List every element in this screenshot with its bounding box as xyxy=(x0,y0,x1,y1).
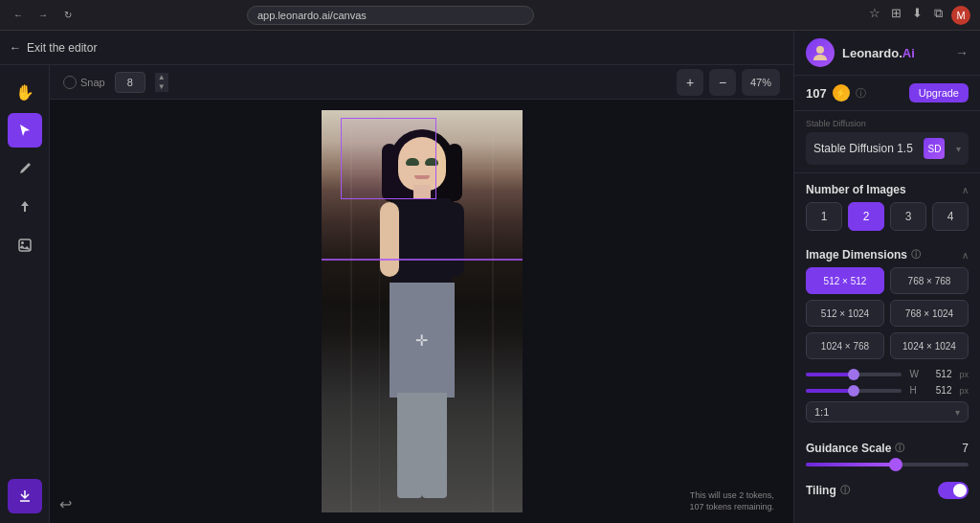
back-button[interactable]: ← xyxy=(10,7,27,24)
panel-back-button[interactable]: → xyxy=(955,45,969,60)
snap-up-button[interactable]: ▲ xyxy=(155,73,168,82)
move-cursor-icon: ✛ xyxy=(412,330,432,350)
num-images-2-button[interactable]: 2 xyxy=(848,202,884,231)
height-slider-thumb[interactable] xyxy=(848,385,859,397)
model-label: Stable Diffusion xyxy=(806,119,969,128)
upload-tool-button[interactable] xyxy=(8,190,42,224)
select-tool-button[interactable] xyxy=(8,113,42,148)
browser-chrome: ← → ↻ app.leonardo.ai/canvas ☆ ⊞ ⬇ ⧉ M xyxy=(0,0,980,31)
dim-512x1024-button[interactable]: 512 × 1024 xyxy=(806,300,884,327)
width-value: 512 xyxy=(928,369,951,379)
window-icon[interactable]: ⧉ xyxy=(930,6,946,21)
image-dimensions-header: Image Dimensions ⓘ ∧ xyxy=(806,240,969,267)
profile-icon[interactable]: M xyxy=(951,6,970,25)
image-dimensions-title: Image Dimensions ⓘ xyxy=(806,248,921,262)
model-selector[interactable]: Stable Diffusion 1.5 SD ▾ xyxy=(806,132,969,165)
zoom-out-button[interactable]: − xyxy=(709,69,736,96)
dim-768x1024-button[interactable]: 768 × 1024 xyxy=(890,300,969,327)
bookmark-icon[interactable]: ☆ xyxy=(867,6,882,21)
forward-button[interactable]: → xyxy=(34,7,52,24)
height-slider-row: H 512 px xyxy=(806,385,969,396)
dimensions-grid: 512 × 512 768 × 768 512 × 1024 768 × 102… xyxy=(806,267,969,359)
guidance-scale-section: Guidance Scale ⓘ 7 xyxy=(794,442,980,482)
model-icon: SD xyxy=(924,138,945,159)
selection-line xyxy=(322,259,523,261)
tiling-toggle-thumb xyxy=(953,484,967,497)
eye-left xyxy=(406,158,419,166)
address-bar[interactable]: app.leonardo.ai/canvas xyxy=(247,6,534,25)
num-images-4-button[interactable]: 4 xyxy=(932,202,969,231)
svg-point-2 xyxy=(816,46,824,54)
logo-text: Leonardo. xyxy=(842,46,902,60)
tiling-info-icon[interactable]: ⓘ xyxy=(840,484,850,497)
snap-control: Snap xyxy=(63,76,105,89)
num-images-header: Number of Images ∧ xyxy=(794,173,980,202)
tiling-label: Tiling ⓘ xyxy=(806,484,850,497)
exit-editor-button[interactable]: ← Exit the editor xyxy=(10,41,97,55)
token-info-icon[interactable]: ⓘ xyxy=(856,86,866,101)
eye-right xyxy=(425,158,438,166)
snap-down-button[interactable]: ▼ xyxy=(155,82,168,92)
download-icon[interactable]: ⬇ xyxy=(909,6,924,21)
hair-right xyxy=(447,144,462,201)
model-chevron-icon: ▾ xyxy=(956,144,961,154)
guidance-slider-thumb[interactable] xyxy=(889,458,902,471)
left-toolbar: ✋ xyxy=(0,65,50,523)
footer-note-line1: This will use 2 tokens, xyxy=(689,489,774,502)
snap-input[interactable] xyxy=(115,72,145,93)
aspect-ratio-selector[interactable]: 1:1 ▾ xyxy=(806,401,969,422)
num-images-collapse-icon[interactable]: ∧ xyxy=(962,185,969,195)
tiling-toggle[interactable] xyxy=(938,482,969,499)
guidance-slider-fill xyxy=(806,463,896,466)
dim-1024x768-button[interactable]: 1024 × 768 xyxy=(806,332,884,359)
canvas-content: ✛ This will use 2 tokens, 107 tokens rem… xyxy=(50,100,793,523)
dim-1024x1024-button[interactable]: 1024 × 1024 xyxy=(890,332,969,359)
num-images-section: Number of Images ∧ 1 2 3 4 xyxy=(794,173,980,240)
pen-tool-button[interactable] xyxy=(8,151,42,186)
zoom-level-display: 47% xyxy=(742,69,780,96)
guidance-info-icon[interactable]: ⓘ xyxy=(895,442,904,455)
guidance-slider-track[interactable] xyxy=(806,463,969,466)
browser-action-bar: ☆ ⊞ ⬇ ⧉ M xyxy=(867,6,970,25)
guidance-scale-title: Guidance Scale ⓘ xyxy=(806,442,904,455)
exit-editor-label: Exit the editor xyxy=(27,41,97,55)
user-avatar xyxy=(806,38,835,67)
zoom-controls: + − 47% xyxy=(677,69,780,96)
exit-back-icon: ← xyxy=(10,41,21,55)
hand-tool-button[interactable]: ✋ xyxy=(8,75,42,109)
undo-button[interactable]: ↩ xyxy=(59,495,72,513)
canvas-image-container[interactable]: ✛ xyxy=(322,110,523,512)
image-dimensions-section: Image Dimensions ⓘ ∧ 512 × 512 768 × 768… xyxy=(794,240,980,442)
face xyxy=(398,137,446,191)
width-slider-fill xyxy=(806,373,854,376)
refresh-button[interactable]: ↻ xyxy=(59,7,77,24)
token-count: 107 xyxy=(806,86,827,101)
guidance-scale-value: 7 xyxy=(962,442,969,455)
height-slider-fill xyxy=(806,389,854,393)
image-dimensions-info-icon[interactable]: ⓘ xyxy=(911,248,921,262)
snap-arrows: ▲ ▼ xyxy=(155,73,168,92)
guidance-scale-header: Guidance Scale ⓘ 7 xyxy=(806,442,969,455)
extensions-icon[interactable]: ⊞ xyxy=(888,6,903,21)
dim-512x512-button[interactable]: 512 × 512 xyxy=(806,267,884,294)
image-dimensions-collapse-icon[interactable]: ∧ xyxy=(962,250,969,261)
height-label: H xyxy=(909,385,921,396)
width-slider-track[interactable] xyxy=(806,373,902,376)
height-slider-track[interactable] xyxy=(806,389,902,393)
canvas-footer-note: This will use 2 tokens, 107 tokens remai… xyxy=(689,489,774,513)
image-tool-button[interactable] xyxy=(8,228,42,262)
upgrade-button[interactable]: Upgrade xyxy=(909,83,969,102)
download-tool-button[interactable] xyxy=(8,479,42,513)
app-title: Leonardo.Ai xyxy=(842,46,915,60)
zoom-in-button[interactable]: + xyxy=(677,69,703,96)
dim-768x768-button[interactable]: 768 × 768 xyxy=(890,267,969,294)
num-images-3-button[interactable]: 3 xyxy=(890,202,926,231)
width-slider-row: W 512 px xyxy=(806,369,969,379)
anime-character xyxy=(322,110,523,512)
num-images-1-button[interactable]: 1 xyxy=(806,202,842,231)
tiling-section: Tiling ⓘ xyxy=(794,482,980,499)
aspect-ratio-chevron-icon: ▾ xyxy=(955,407,960,418)
num-images-title: Number of Images xyxy=(806,183,906,196)
address-text: app.leonardo.ai/canvas xyxy=(257,10,367,21)
width-slider-thumb[interactable] xyxy=(848,369,859,380)
